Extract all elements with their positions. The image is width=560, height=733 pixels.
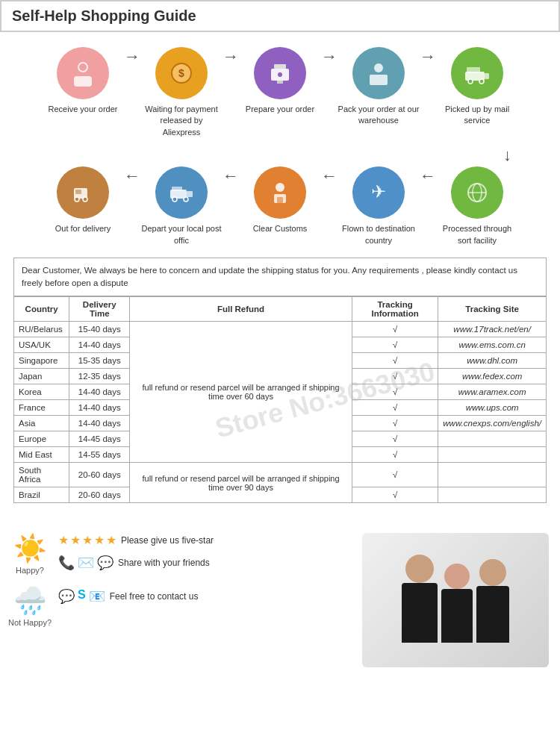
cell-country: USA/UK xyxy=(14,337,69,353)
svg-rect-19 xyxy=(467,67,480,73)
cell-delivery: 20-60 days xyxy=(69,463,130,487)
unhappy-label: Not Happy? xyxy=(8,618,52,627)
info-text: Dear Customer, We always be here to conc… xyxy=(22,266,517,287)
cell-delivery: 14-40 days xyxy=(69,384,130,400)
head-1 xyxy=(405,555,434,583)
icons-small: ★ ★ ★ ★ ★ xyxy=(58,533,116,547)
cell-tracking-info: √ xyxy=(352,416,438,431)
cell-delivery: 14-40 days xyxy=(69,416,130,431)
col-refund: Full Refund xyxy=(130,297,352,322)
step-processed: Processed through sort facility xyxy=(436,166,518,246)
step-circle-local xyxy=(155,166,208,219)
email-icon: ✉️ xyxy=(78,555,94,571)
bottom-right xyxy=(358,533,553,667)
cell-tracking-site xyxy=(438,463,547,487)
cell-country: Mid East xyxy=(14,447,69,463)
svg-rect-8 xyxy=(274,64,286,69)
unhappy-row: 🌧️ Not Happy? 💬 S 📧 Feel free to contact… xyxy=(7,585,351,627)
steps-row-2: Out for delivery ← Depart your local pos… xyxy=(7,166,553,246)
step-circle-pack xyxy=(352,47,405,99)
step-label-local: Depart your local post offic xyxy=(140,223,223,246)
page-title: Self-Help Shopping Guide xyxy=(12,7,196,24)
table-row: South Africa20-60 daysfull refund or res… xyxy=(14,463,547,487)
step-pickup: Picked up by mail service xyxy=(436,47,518,127)
star1: ★ xyxy=(58,533,69,547)
cell-tracking-info: √ xyxy=(352,400,438,416)
star5: ★ xyxy=(106,533,116,547)
cell-tracking-info: √ xyxy=(352,431,438,447)
info-box: Dear Customer, We always be here to conc… xyxy=(13,258,547,297)
cell-delivery: 14-45 days xyxy=(69,431,130,447)
step-label-pack: Pack your order at our warehouse xyxy=(337,104,420,127)
cell-tracking-info: √ xyxy=(352,487,438,503)
happy-row: ☀️ Happy? ★ ★ ★ ★ ★ Please give us five-… xyxy=(7,533,351,575)
svg-point-2 xyxy=(79,63,87,71)
step-circle-customs xyxy=(254,166,306,219)
cell-tracking-info: √ xyxy=(352,322,438,337)
skype-icon: S xyxy=(78,588,86,605)
cell-tracking-site: www.17track.net/en/ xyxy=(438,322,547,337)
col-country: Country xyxy=(14,297,69,322)
share-row: 📞 ✉️ 💬 Share with your friends xyxy=(58,555,214,571)
svg-rect-9 xyxy=(277,81,283,84)
svg-rect-1 xyxy=(74,76,92,87)
step-circle-delivery xyxy=(57,166,109,219)
step-label-prepare: Prepare your order xyxy=(246,104,314,115)
step-receive: Receive your order xyxy=(42,47,124,115)
contact-icons: 💬 S 📧 xyxy=(58,588,105,605)
svg-text:✈: ✈ xyxy=(371,181,386,202)
cell-country: South Africa xyxy=(14,463,69,487)
unhappy-emotion-col: 🌧️ Not Happy? xyxy=(7,585,52,627)
body-2 xyxy=(441,589,473,643)
arrow-3: → xyxy=(321,47,337,89)
page-header: Self-Help Shopping Guide xyxy=(0,0,560,32)
cell-country: Singapore xyxy=(14,353,69,369)
cell-tracking-site: www.cnexps.com/english/ xyxy=(438,416,547,431)
stars-row: ★ ★ ★ ★ ★ Please give us five-star xyxy=(58,533,214,547)
step-circle-prepare xyxy=(254,47,306,99)
cell-delivery: 14-55 days xyxy=(69,447,130,463)
five-star-text: Please give us five-star xyxy=(121,535,214,546)
cloud-rain-icon: 🌧️ xyxy=(13,585,47,617)
body-3 xyxy=(476,586,509,643)
step-prepare: Prepare your order xyxy=(239,47,321,115)
star4: ★ xyxy=(94,533,105,547)
step-circle-receive xyxy=(57,47,109,99)
cell-delivery: 15-40 days xyxy=(69,322,130,337)
col-tracking-info: Tracking Information xyxy=(352,297,438,322)
svg-text:$: $ xyxy=(178,67,184,79)
step-circle-processed xyxy=(451,166,503,219)
svg-point-23 xyxy=(75,197,79,202)
svg-rect-22 xyxy=(75,190,81,194)
bottom-left: ☀️ Happy? ★ ★ ★ ★ ★ Please give us five-… xyxy=(7,533,351,667)
cell-country: Europe xyxy=(14,431,69,447)
svg-point-10 xyxy=(278,72,282,77)
share-text: Share with your friends xyxy=(118,558,210,568)
svg-point-29 xyxy=(172,197,177,202)
cell-tracking-info: √ xyxy=(352,337,438,353)
cell-tracking-info: √ xyxy=(352,369,438,384)
col-tracking-site: Tracking Site xyxy=(438,297,547,322)
mail-icon: 📧 xyxy=(89,588,105,605)
svg-rect-16 xyxy=(485,73,489,79)
page-wrapper: Self-Help Shopping Guide Receive your or… xyxy=(0,0,560,675)
cell-tracking-site: www.aramex.com xyxy=(438,384,547,400)
cell-refund-group2: full refund or resend parcel will be arr… xyxy=(130,463,352,503)
sun-icon: ☀️ xyxy=(13,533,47,564)
people-photo xyxy=(362,533,549,667)
phone-icon: 📞 xyxy=(58,555,75,571)
col-delivery: Delivery Time xyxy=(69,297,130,322)
person-1 xyxy=(402,555,438,643)
cell-delivery: 14-40 days xyxy=(69,400,130,416)
cell-tracking-info: √ xyxy=(352,447,438,463)
step-circle-pickup xyxy=(451,47,503,99)
star3: ★ xyxy=(82,533,93,547)
happy-label: Happy? xyxy=(16,566,44,575)
share-icons: 📞 ✉️ 💬 xyxy=(58,555,113,571)
arrow-8: ← xyxy=(420,166,436,208)
step-label-receive: Receive your order xyxy=(49,104,118,115)
cell-delivery: 12-35 days xyxy=(69,369,130,384)
arrow-2: → xyxy=(223,47,239,89)
body-1 xyxy=(402,583,438,643)
svg-point-24 xyxy=(83,197,87,202)
